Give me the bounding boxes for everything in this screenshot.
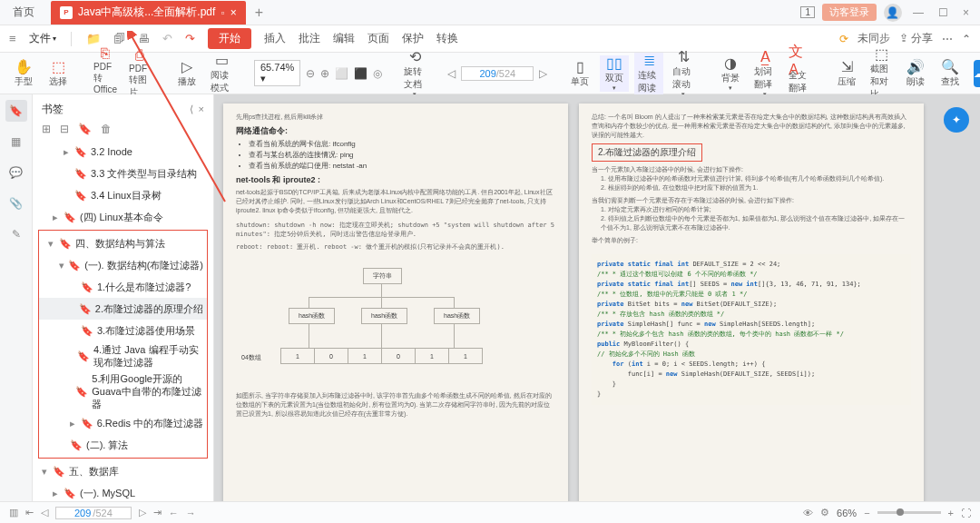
bookmark-close-icon[interactable]: ×	[199, 104, 204, 115]
sync-icon[interactable]: ⟳	[839, 33, 848, 45]
protect-tab[interactable]: 保护	[402, 31, 424, 46]
next-page-icon[interactable]: ▷	[139, 507, 146, 518]
pdf-to-image[interactable]: ⎙PDF转图片	[125, 47, 154, 99]
prev-page-icon[interactable]: ◁	[41, 507, 48, 518]
bookmark-item[interactable]: 🔖3.布隆过滤器使用场景	[39, 320, 207, 341]
minimize-icon[interactable]: —	[909, 6, 927, 19]
bookmark-item[interactable]: 🔖3.3 文件类型与目录结构	[33, 163, 213, 184]
edit-tab[interactable]: 编辑	[333, 31, 355, 46]
fit-page-icon[interactable]: ⬛	[354, 67, 368, 80]
collapse-ribbon-icon[interactable]: ⌃	[962, 33, 971, 45]
comments-icon[interactable]: 💬	[5, 162, 27, 183]
page-field[interactable]: 209/524	[55, 507, 132, 519]
active-file-tab[interactable]: P Java中高级核...全面解析.pdf ▫ ×	[51, 1, 246, 25]
bookmark-icon[interactable]: 🔖	[5, 100, 27, 122]
cloud-icon[interactable]: ☁	[974, 60, 980, 87]
bookmark-item[interactable]: 🔖5.利用Google开源的 Guava中自带的布隆过滤器	[39, 370, 207, 412]
bookmark-item[interactable]: 🔖1.什么是布隆过滤器?	[39, 276, 207, 298]
insert-tab[interactable]: 插入	[264, 31, 286, 46]
thumbnails-icon[interactable]: ▦	[5, 131, 27, 153]
bookmark-item[interactable]: ▾🔖(一). 数据结构(布隆过滤器)	[39, 254, 207, 276]
first-page-icon[interactable]: ⇤	[25, 507, 34, 518]
find-button[interactable]: 🔍查找	[936, 59, 965, 88]
unsync-label[interactable]: 未同步	[858, 31, 890, 46]
tts-button[interactable]: 🔊朗读	[901, 59, 930, 88]
compress-button[interactable]: ⇲压缩	[832, 59, 861, 88]
bookmark-delete-icon[interactable]: 🗑	[101, 123, 112, 135]
zoom-out-icon[interactable]: −	[864, 508, 869, 518]
signatures-icon[interactable]: ✎	[5, 223, 27, 245]
single-page[interactable]: ▯单页	[565, 59, 594, 88]
hand-tool[interactable]: ✋手型	[9, 59, 38, 88]
home-tab[interactable]: 首页	[0, 5, 47, 20]
background-button[interactable]: ◑背景▾	[716, 55, 745, 92]
actual-size-icon[interactable]: ◎	[373, 67, 382, 80]
float-help-icon[interactable]: ✦	[944, 107, 969, 133]
undo-icon[interactable]: ↶	[162, 32, 172, 45]
start-tab[interactable]: 开始	[208, 28, 251, 49]
window-count-badge[interactable]: 1	[800, 6, 815, 18]
rotate-doc[interactable]: ⟲旋转文档▾	[400, 49, 429, 98]
bookmark-expand-all-icon[interactable]: ⊞	[42, 123, 51, 135]
sidebar-toggle-icon[interactable]: ▥	[9, 507, 18, 518]
bookmark-collapse-all-icon[interactable]: ⊟	[60, 123, 69, 135]
eye-care-icon[interactable]: 👁	[803, 508, 813, 518]
convert-tab[interactable]: 转换	[436, 31, 458, 46]
file-menu[interactable]: 文件 ▾	[29, 31, 56, 46]
redo-icon[interactable]: ↷	[185, 32, 195, 45]
bookmark-item[interactable]: 🔖3.4 Linux目录树	[33, 184, 213, 206]
bookmark-collapse-icon[interactable]: ⟨	[190, 104, 193, 115]
open-icon[interactable]: 📁	[86, 32, 101, 45]
zoom-input[interactable]: 65.74% ▾	[254, 60, 300, 86]
read-mode[interactable]: ▭阅读模式	[207, 53, 236, 94]
attachments-icon[interactable]: 📎	[5, 192, 27, 214]
dict-translate[interactable]: A̲划词翻译▾	[750, 49, 779, 98]
play-button[interactable]: ▷播放	[172, 59, 201, 88]
bookmark-item[interactable]: ▾🔖五、数据库	[33, 460, 213, 482]
fit-width-icon[interactable]: ⬜	[335, 67, 348, 80]
bookmark-item[interactable]: 🔖(二). 算法	[39, 434, 207, 456]
continuous-read[interactable]: ≣连续阅读	[634, 53, 663, 94]
full-translate[interactable]: 文A全文翻译	[785, 53, 814, 94]
zoom-in-icon[interactable]: ⊕	[320, 67, 329, 80]
next-page-icon[interactable]: ▷	[539, 67, 547, 80]
last-page-icon[interactable]: ⇥	[153, 507, 162, 518]
zoom-in-icon[interactable]: +	[948, 508, 954, 518]
login-button[interactable]: 访客登录	[822, 4, 877, 21]
fullscreen-icon[interactable]: ⛶	[961, 508, 971, 518]
bookmark-item[interactable]: ▸🔖(一). MySQL	[33, 482, 213, 501]
back-icon[interactable]: ←	[169, 508, 179, 518]
bookmark-item[interactable]: 🔖4.通过 Java 编程手动实现布隆过滤器	[39, 341, 207, 370]
zoom-out-icon[interactable]: ⊖	[306, 67, 315, 80]
menu-icon[interactable]: ≡	[9, 32, 16, 45]
prev-page-icon[interactable]: ◁	[447, 67, 456, 80]
pdf-to-office[interactable]: ⎘PDF转Office▾	[91, 45, 120, 102]
bookmark-item[interactable]: ▸🔖3.2 Inode	[33, 141, 213, 163]
new-tab-button[interactable]: +	[255, 5, 263, 21]
close-window-icon[interactable]: ×	[959, 6, 973, 19]
zoom-slider[interactable]	[877, 511, 941, 514]
bookmark-item[interactable]: ▸🔖(四) Linux基本命令	[33, 206, 213, 228]
page-input[interactable]: 209/524	[461, 66, 534, 81]
document-viewport[interactable]: 先用ps查找进程, 然后用kill杀掉 网络通信命令: 查看当前系统的网卡信息:…	[214, 94, 980, 501]
maximize-icon[interactable]: ☐	[935, 6, 952, 19]
save-icon[interactable]: 🗐	[113, 32, 125, 45]
double-page[interactable]: ▯▯双页▾	[600, 55, 629, 92]
crop-compare[interactable]: ⬚截图和对比	[867, 46, 896, 101]
tab-close-icon[interactable]: ×	[230, 6, 237, 19]
bookmark-item[interactable]: ▸🔖6.Redis 中的布隆过滤器	[39, 412, 207, 434]
bookmark-add-icon[interactable]: 🔖	[78, 123, 92, 135]
annotate-tab[interactable]: 批注	[299, 31, 320, 46]
bookmark-item-current[interactable]: 🔖2.布隆过滤器的原理介绍	[39, 298, 207, 320]
avatar[interactable]: 👤	[884, 4, 902, 22]
forward-icon[interactable]: →	[186, 508, 196, 518]
print-icon[interactable]: 🖶	[138, 32, 150, 45]
tab-pin-icon[interactable]: ▫	[220, 6, 224, 19]
more-icon[interactable]: ⋯	[942, 33, 953, 45]
tools-icon[interactable]: ⚙	[820, 507, 829, 518]
auto-scroll[interactable]: ⇅自动滚动▾	[669, 49, 698, 98]
select-tool[interactable]: ⬚选择	[44, 59, 73, 88]
share-button[interactable]: ⇪ 分享	[899, 31, 933, 46]
bookmark-item[interactable]: ▾🔖四、数据结构与算法	[39, 232, 207, 254]
page-tab[interactable]: 页面	[368, 31, 389, 46]
